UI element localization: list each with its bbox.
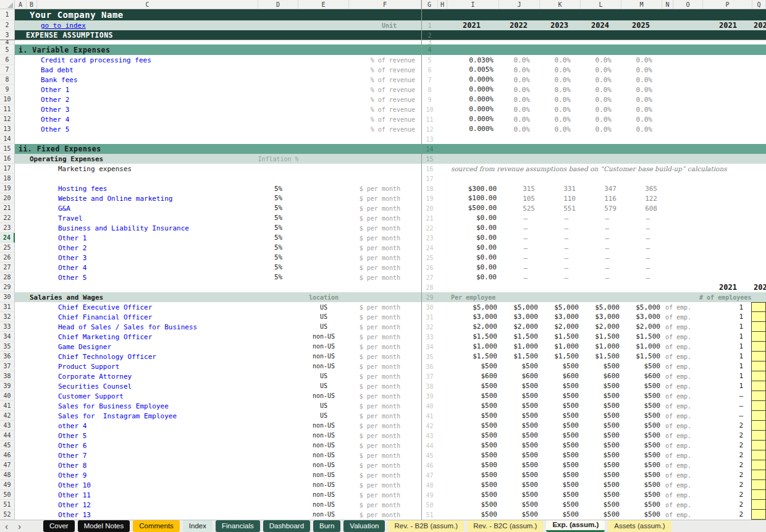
row-header-10[interactable]: 10	[0, 95, 15, 104]
salary-input-cell[interactable]: $500	[580, 479, 621, 490]
salary-input-cell[interactable]: $500	[447, 489, 499, 500]
row-header-17[interactable]: 17	[0, 164, 15, 174]
sheet-tab-financials[interactable]: Financials	[216, 520, 260, 532]
salary-input-cell[interactable]: $1,500	[499, 351, 540, 361]
employees-input-cell[interactable]: 2	[704, 489, 749, 500]
variable-input-cell[interactable]: 0.000%	[447, 74, 499, 85]
employees-input-cell-clipped[interactable]	[751, 509, 766, 520]
variable-input-cell[interactable]: 0.000%	[447, 84, 499, 95]
salary-input-cell[interactable]: $600	[447, 371, 499, 381]
salary-input-cell[interactable]: $500	[621, 440, 662, 450]
row-header-52[interactable]: 52	[0, 510, 15, 520]
salary-input-cell[interactable]: $500	[621, 450, 662, 460]
inflation-input-cell[interactable]: 5%	[258, 213, 298, 223]
location-input-cell[interactable]: non-US	[298, 460, 349, 470]
row-header-12[interactable]: 12	[0, 114, 15, 124]
inflation-input-cell[interactable]: 5%	[258, 222, 298, 233]
operating-input-cell[interactable]: $0.00	[447, 262, 499, 272]
salary-input-cell[interactable]: $500	[539, 509, 581, 520]
salary-input-cell[interactable]: $500	[580, 499, 621, 510]
row-header-9[interactable]: 9	[0, 85, 15, 95]
employees-input-cell[interactable]: –	[704, 391, 749, 401]
location-input-cell[interactable]: non-US	[298, 489, 349, 500]
salary-input-cell[interactable]: $2,000	[621, 321, 662, 332]
salary-input-cell[interactable]: $500	[499, 420, 540, 431]
location-input-cell[interactable]: non-US	[298, 331, 349, 342]
inflation-input-cell[interactable]: 5%	[258, 242, 298, 253]
operating-input-cell[interactable]: $0.00	[447, 272, 499, 282]
column-header-F[interactable]: F	[349, 0, 421, 9]
salary-input-cell[interactable]: $5,000	[447, 302, 499, 312]
employees-input-cell-clipped[interactable]	[751, 341, 766, 352]
location-input-cell[interactable]: US	[298, 400, 349, 411]
column-header-A[interactable]: A	[15, 0, 27, 9]
salary-input-cell[interactable]: $600	[621, 371, 662, 381]
inflation-input-cell[interactable]: 5%	[258, 252, 298, 263]
sheet-nav-next-button[interactable]: ›	[13, 521, 26, 532]
employees-input-cell[interactable]: –	[704, 400, 749, 411]
salary-input-cell[interactable]: $500	[580, 410, 621, 421]
salary-input-cell[interactable]: $1,000	[539, 341, 581, 352]
employees-input-cell[interactable]: 2	[704, 509, 749, 520]
salary-input-cell[interactable]: $3,000	[539, 311, 581, 322]
salary-input-cell[interactable]: $500	[580, 470, 621, 480]
row-header-8[interactable]: 8	[0, 75, 15, 85]
operating-input-cell[interactable]: $0.00	[447, 242, 499, 253]
row-header-14[interactable]: 14	[0, 134, 15, 144]
employees-input-cell-clipped[interactable]	[751, 371, 766, 381]
salary-input-cell[interactable]: $2,000	[447, 321, 499, 332]
employees-input-cell[interactable]: 2	[704, 499, 749, 510]
row-header-15[interactable]: 15	[0, 144, 15, 154]
salary-input-cell[interactable]: $2,000	[539, 321, 581, 332]
variable-input-cell[interactable]: 0.030%	[447, 55, 499, 65]
location-input-cell[interactable]: US	[298, 321, 349, 332]
sheet-tab-dashboard[interactable]: Dashboard	[263, 520, 310, 532]
employees-input-cell[interactable]: 2	[704, 420, 749, 431]
row-header-51[interactable]: 51	[0, 500, 15, 510]
salary-input-cell[interactable]: $500	[539, 391, 581, 401]
row-header-36[interactable]: 36	[0, 352, 15, 361]
row-header-50[interactable]: 50	[0, 490, 15, 500]
column-header-H[interactable]: H	[438, 0, 447, 9]
row-header-25[interactable]: 25	[0, 243, 15, 253]
salary-input-cell[interactable]: $500	[499, 410, 540, 421]
row-header-37[interactable]: 37	[0, 361, 15, 371]
sheet-tab-model-notes[interactable]: Model Notes	[78, 520, 130, 532]
column-header-K[interactable]: K	[540, 0, 581, 9]
salary-input-cell[interactable]: $500	[539, 470, 581, 480]
salary-input-cell[interactable]: $3,000	[621, 311, 662, 322]
salary-input-cell[interactable]: $500	[447, 499, 499, 510]
location-input-cell[interactable]: non-US	[298, 509, 349, 520]
employees-input-cell[interactable]: 1	[704, 341, 749, 352]
salary-input-cell[interactable]: $500	[621, 420, 662, 431]
location-input-cell[interactable]: non-US	[298, 361, 349, 371]
salary-input-cell[interactable]: $1,500	[621, 331, 662, 342]
column-header-J[interactable]: J	[499, 0, 540, 9]
variable-input-cell[interactable]: 0.000%	[447, 124, 499, 134]
row-header-41[interactable]: 41	[0, 401, 15, 411]
variable-input-cell[interactable]: 0.005%	[447, 64, 499, 75]
location-input-cell[interactable]: non-US	[298, 430, 349, 441]
sheet-tab-rev-b2c-assum[interactable]: Rev. - B2C (assum.)	[467, 520, 543, 532]
salary-input-cell[interactable]: $500	[621, 400, 662, 411]
row-header-24[interactable]: 24	[0, 233, 15, 243]
salary-input-cell[interactable]: $500	[580, 420, 621, 431]
location-input-cell[interactable]: non-US	[298, 391, 349, 401]
inflation-input-cell[interactable]: 5%	[258, 232, 298, 243]
row-header-34[interactable]: 34	[0, 332, 15, 342]
salary-input-cell[interactable]: $500	[447, 440, 499, 450]
row-header-35[interactable]: 35	[0, 342, 15, 352]
salary-input-cell[interactable]: $600	[539, 371, 581, 381]
salary-input-cell[interactable]: $500	[447, 479, 499, 490]
location-input-cell[interactable]: non-US	[298, 450, 349, 460]
salary-input-cell[interactable]: $500	[621, 391, 662, 401]
row-header-22[interactable]: 22	[0, 213, 15, 223]
salary-input-cell[interactable]: $1,500	[499, 331, 540, 342]
employees-input-cell-clipped[interactable]	[751, 302, 766, 312]
salary-input-cell[interactable]: $500	[539, 479, 581, 490]
row-header-45[interactable]: 45	[0, 441, 15, 450]
row-header-30[interactable]: 30	[0, 292, 15, 302]
salary-input-cell[interactable]: $1,500	[580, 351, 621, 361]
sheet-nav-prev-button[interactable]: ‹	[0, 521, 13, 532]
variable-input-cell[interactable]: 0.000%	[447, 94, 499, 104]
